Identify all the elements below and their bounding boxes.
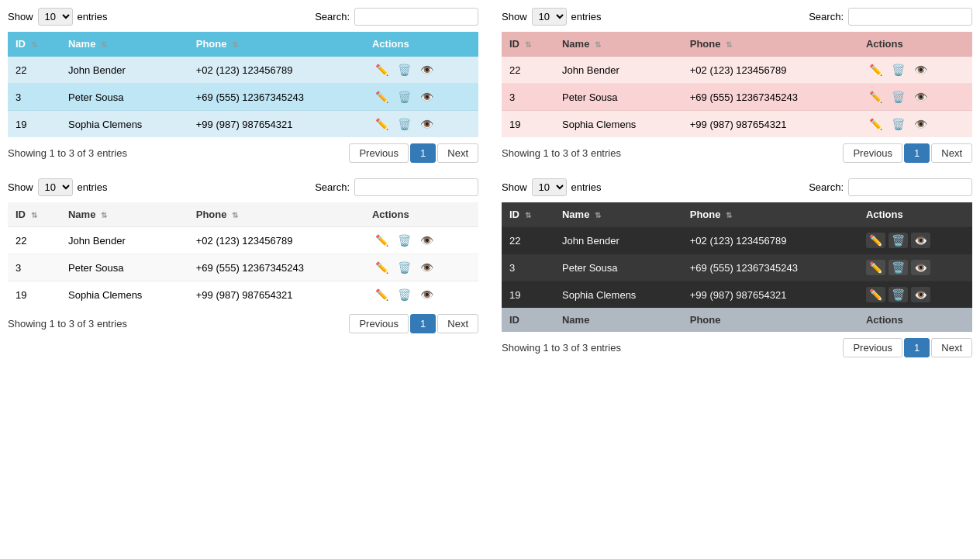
- view-button[interactable]: 👁️: [417, 260, 437, 275]
- delete-button[interactable]: 🗑️: [395, 287, 414, 302]
- view-button[interactable]: 👁️: [911, 89, 930, 105]
- cell-name: John Bender: [60, 227, 188, 254]
- edit-button[interactable]: ✏️: [372, 62, 392, 78]
- col-header-id[interactable]: ID ⇅: [8, 32, 60, 57]
- actions-cell: ✏️ 🗑️ 👁️: [866, 260, 964, 275]
- next-button[interactable]: Next: [437, 143, 478, 163]
- col-header-actions[interactable]: Actions: [364, 202, 478, 227]
- delete-button[interactable]: 🗑️: [395, 116, 414, 132]
- search-input[interactable]: [848, 178, 972, 196]
- delete-button[interactable]: 🗑️: [395, 89, 414, 105]
- entries-select[interactable]: 10 25 50: [38, 8, 73, 26]
- view-button[interactable]: 👁️: [911, 260, 930, 275]
- entries-select[interactable]: 10 25 50: [532, 178, 567, 196]
- delete-button[interactable]: 🗑️: [889, 287, 908, 302]
- entries-select[interactable]: 10 25 50: [532, 8, 567, 26]
- showing-text: Showing 1 to 3 of 3 entries: [8, 147, 127, 159]
- page-1-button[interactable]: 1: [904, 338, 930, 357]
- next-button[interactable]: Next: [931, 143, 972, 163]
- edit-button[interactable]: ✏️: [372, 89, 392, 105]
- col-header-id[interactable]: ID ⇅: [8, 202, 60, 227]
- delete-button[interactable]: 🗑️: [889, 116, 908, 132]
- cell-phone: +02 (123) 123456789: [188, 57, 364, 84]
- delete-button[interactable]: 🗑️: [889, 260, 908, 275]
- table-row: 3Peter Sousa+69 (555) 12367345243 ✏️ 🗑️ …: [502, 254, 972, 281]
- view-button[interactable]: 👁️: [417, 287, 437, 302]
- edit-button[interactable]: ✏️: [866, 89, 885, 105]
- cell-name: Sophia Clemens: [60, 111, 188, 138]
- view-button[interactable]: 👁️: [911, 287, 930, 302]
- edit-button[interactable]: ✏️: [372, 287, 392, 302]
- col-header-name[interactable]: Name ⇅: [60, 32, 188, 57]
- actions-cell: ✏️ 🗑️ 👁️: [866, 233, 964, 248]
- col-header-id[interactable]: ID ⇅: [502, 32, 554, 57]
- prev-button[interactable]: Previous: [843, 143, 902, 163]
- actions-cell: ✏️ 🗑️ 👁️: [372, 89, 471, 105]
- cell-id: 19: [8, 281, 60, 309]
- search-input[interactable]: [848, 8, 972, 26]
- col-header-name[interactable]: Name ⇅: [60, 202, 188, 227]
- view-button[interactable]: 👁️: [417, 89, 437, 105]
- col-header-phone[interactable]: Phone ⇅: [188, 202, 364, 227]
- col-header-id[interactable]: ID ⇅: [502, 202, 554, 227]
- view-button[interactable]: 👁️: [911, 62, 930, 78]
- actions-cell: ✏️ 🗑️ 👁️: [372, 287, 471, 302]
- edit-button[interactable]: ✏️: [866, 287, 885, 302]
- prev-button[interactable]: Previous: [843, 338, 902, 357]
- table-row: 22John Bender+02 (123) 123456789 ✏️ 🗑️ 👁…: [502, 227, 972, 254]
- table-row: 19Sophia Clemens+99 (987) 987654321 ✏️ 🗑…: [8, 111, 478, 138]
- edit-button[interactable]: ✏️: [372, 260, 392, 275]
- prev-button[interactable]: Previous: [349, 314, 409, 333]
- edit-button[interactable]: ✏️: [372, 116, 392, 132]
- col-header-actions[interactable]: Actions: [364, 32, 478, 57]
- edit-button[interactable]: ✏️: [866, 233, 885, 248]
- col-header-phone[interactable]: Phone ⇅: [682, 202, 858, 227]
- search-input[interactable]: [354, 8, 478, 26]
- col-header-name[interactable]: Name ⇅: [554, 32, 682, 57]
- cell-phone: +99 (987) 987654321: [188, 281, 364, 309]
- page-1-button[interactable]: 1: [410, 314, 436, 333]
- col-header-actions[interactable]: Actions: [858, 202, 972, 227]
- foot-col-id: ID: [502, 308, 554, 332]
- foot-col-name: Name: [554, 308, 682, 332]
- delete-button[interactable]: 🗑️: [889, 89, 908, 105]
- table-footer: Showing 1 to 3 of 3 entries Previous 1 N…: [8, 143, 478, 163]
- page-1-button[interactable]: 1: [904, 143, 930, 163]
- col-header-actions[interactable]: Actions: [858, 32, 972, 57]
- cell-actions: ✏️ 🗑️ 👁️: [364, 281, 478, 309]
- view-button[interactable]: 👁️: [417, 116, 437, 132]
- view-button[interactable]: 👁️: [911, 116, 930, 132]
- delete-button[interactable]: 🗑️: [395, 233, 414, 248]
- delete-button[interactable]: 🗑️: [395, 260, 414, 275]
- delete-button[interactable]: 🗑️: [889, 62, 908, 78]
- cell-actions: ✏️ 🗑️ 👁️: [858, 57, 972, 84]
- next-button[interactable]: Next: [931, 338, 972, 357]
- view-button[interactable]: 👁️: [911, 233, 930, 248]
- table-widget-4: Show 10 25 50 entries Search: ID ⇅Name ⇅…: [502, 178, 972, 357]
- cell-id: 22: [502, 57, 554, 84]
- pagination: Previous 1 Next: [349, 143, 478, 163]
- edit-button[interactable]: ✏️: [866, 116, 885, 132]
- sort-icon: ⇅: [31, 211, 37, 219]
- col-header-phone[interactable]: Phone ⇅: [188, 32, 364, 57]
- table-row: 19Sophia Clemens+99 (987) 987654321 ✏️ 🗑…: [502, 111, 972, 138]
- search-input[interactable]: [354, 178, 478, 196]
- cell-id: 19: [502, 111, 554, 138]
- entries-select[interactable]: 10 25 50: [38, 178, 73, 196]
- page-1-button[interactable]: 1: [410, 143, 436, 163]
- show-entries: Show 10 25 50 entries: [502, 178, 602, 196]
- col-header-phone[interactable]: Phone ⇅: [682, 32, 858, 57]
- cell-name: Peter Sousa: [554, 84, 682, 111]
- delete-button[interactable]: 🗑️: [395, 62, 414, 78]
- prev-button[interactable]: Previous: [349, 143, 409, 163]
- view-button[interactable]: 👁️: [417, 62, 437, 78]
- delete-button[interactable]: 🗑️: [889, 233, 908, 248]
- view-button[interactable]: 👁️: [417, 233, 437, 248]
- edit-button[interactable]: ✏️: [866, 62, 885, 78]
- col-header-name[interactable]: Name ⇅: [554, 202, 682, 227]
- next-button[interactable]: Next: [437, 314, 478, 333]
- cell-phone: +69 (555) 12367345243: [188, 84, 364, 111]
- edit-button[interactable]: ✏️: [372, 233, 392, 248]
- cell-id: 3: [8, 254, 60, 281]
- edit-button[interactable]: ✏️: [866, 260, 885, 275]
